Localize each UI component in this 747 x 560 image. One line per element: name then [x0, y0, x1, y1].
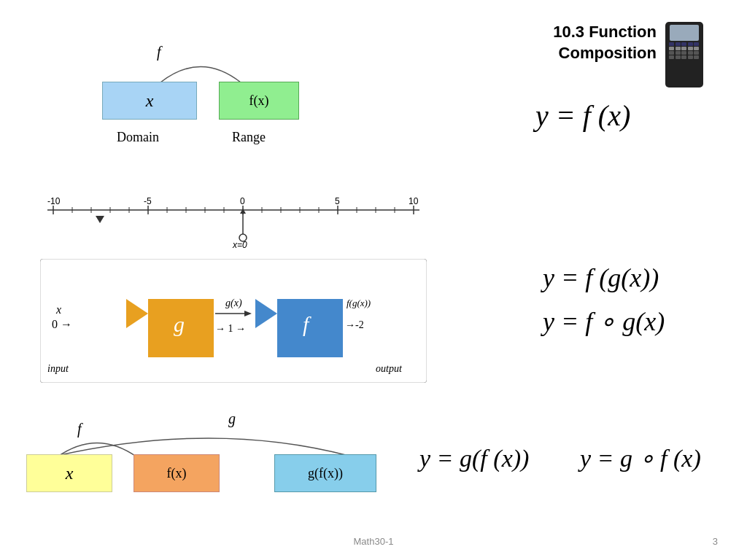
calc-btn: [681, 55, 686, 59]
calc-screen: [670, 25, 699, 41]
svg-text:y = f (g(x)): y = f (g(x)): [541, 263, 659, 292]
title-text: 10.3 Function Composition: [553, 22, 657, 63]
svg-text:f(g(x)): f(g(x)): [347, 298, 371, 308]
calc-btn: [669, 47, 674, 50]
numberline-section: -10 -5 0 5 10 x=0: [40, 195, 427, 257]
svg-text:5: 5: [335, 196, 340, 206]
title-line1: 10.3 Function: [553, 22, 657, 43]
svg-text:input: input: [47, 363, 69, 374]
formula1-svg: y = f (x): [528, 88, 689, 139]
formula2-svg: y = f (g(x)) y = f ∘ g(x): [535, 252, 703, 346]
formula3-svg: y = g(f (x)): [416, 430, 576, 478]
svg-text:x=0: x=0: [232, 240, 247, 250]
formula4-container: y = g ∘ f (x): [576, 430, 737, 481]
calc-btn: [681, 47, 686, 50]
footer-center: Math30-1: [354, 536, 394, 547]
calc-buttons: [669, 42, 700, 59]
title-area: 10.3 Function Composition: [553, 22, 703, 88]
svg-rect-32: [40, 259, 427, 383]
svg-text:g: g: [174, 312, 185, 336]
svg-text:y = g(f (x)): y = g(f (x)): [417, 445, 529, 472]
svg-text:y = f ∘ g(x): y = f ∘ g(x): [541, 307, 665, 336]
calc-btn: [669, 55, 674, 59]
calc-btn: [676, 55, 681, 59]
range-label: Range: [232, 130, 266, 145]
calc-btn: [676, 47, 681, 50]
domain-label: Domain: [117, 130, 159, 145]
calc-btn: [688, 55, 693, 59]
composition-section: f g x f(x) g(f(x)): [13, 419, 422, 507]
svg-marker-44: [255, 299, 277, 328]
svg-text:0: 0: [240, 196, 245, 206]
svg-text:g(x): g(x): [225, 298, 242, 309]
calc-btn: [676, 51, 681, 55]
calc-btn: [669, 51, 674, 55]
calc-btn: [694, 47, 699, 50]
calculator-image: [665, 22, 703, 88]
calc-btn: [688, 47, 693, 50]
calc-btn: [694, 55, 699, 59]
box-x2: x: [26, 454, 112, 492]
svg-text:0 →: 0 →: [52, 318, 72, 330]
svg-text:y = f (x): y = f (x): [533, 99, 630, 132]
numberline-svg: -10 -5 0 5 10 x=0: [40, 195, 427, 254]
calc-btn: [681, 42, 686, 46]
box-x: x: [102, 82, 197, 120]
calc-btn: [694, 42, 699, 46]
box-gfx: g(f(x)): [274, 454, 376, 492]
page-number: 3: [713, 536, 718, 547]
svg-marker-29: [240, 209, 246, 214]
formula3-container: y = g(f (x)): [416, 430, 576, 481]
svg-text:x: x: [55, 303, 61, 316]
calc-btn: [688, 51, 693, 55]
machine-diagram: x 0 → input g g(x) → 1 → f f(g(x)): [40, 259, 427, 383]
calc-btn: [688, 42, 693, 46]
formula4-svg: y = g ∘ f (x): [576, 430, 737, 478]
calc-btn: [694, 51, 699, 55]
machine-svg: x 0 → input g g(x) → 1 → f f(g(x)): [40, 259, 427, 383]
calc-btn: [669, 42, 674, 46]
calc-btn: [681, 51, 686, 55]
svg-marker-36: [126, 299, 148, 328]
svg-text:output: output: [376, 363, 403, 374]
svg-text:→ 1 →: → 1 →: [215, 323, 246, 334]
calc-btn: [676, 42, 681, 46]
box-fx: f(x): [219, 82, 299, 120]
svg-text:y = g ∘ f (x): y = g ∘ f (x): [578, 445, 701, 472]
svg-marker-41: [244, 311, 252, 316]
arch-g: [24, 419, 403, 459]
formula1-container: y = f (x): [528, 88, 689, 141]
svg-marker-27: [96, 216, 104, 223]
domain-range-section: f x f(x) Domain Range: [44, 44, 350, 160]
svg-text:→-2: →-2: [345, 319, 364, 330]
formula2-container: y = f (g(x)) y = f ∘ g(x): [535, 252, 703, 349]
svg-text:-10: -10: [47, 196, 61, 206]
svg-text:10: 10: [409, 196, 419, 206]
svg-text:-5: -5: [144, 196, 152, 206]
box-fx2: f(x): [133, 454, 220, 492]
footer: Math30-1: [0, 536, 747, 547]
title-line2: Composition: [553, 43, 657, 64]
